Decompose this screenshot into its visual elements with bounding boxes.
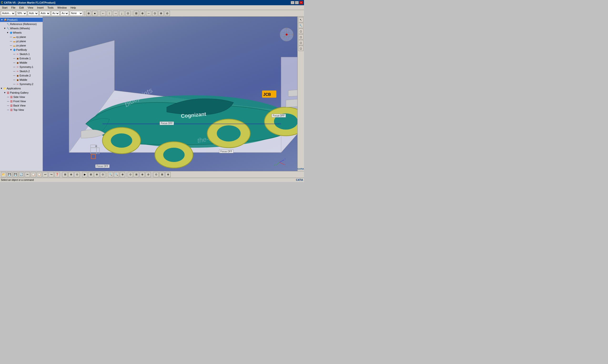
right-btn-tool3[interactable]: ◻ bbox=[298, 34, 304, 39]
tree-item-back-view[interactable]: — 🖼 Back View bbox=[0, 104, 43, 108]
menu-view[interactable]: View bbox=[26, 6, 35, 10]
tree-item-top-view[interactable]: — 🖼 Top View bbox=[0, 108, 43, 112]
right-btn-tool5[interactable]: ◻ bbox=[298, 46, 304, 51]
expand-wheels[interactable]: ▼ bbox=[6, 31, 9, 34]
tool-btn2[interactable]: ⊕ bbox=[140, 11, 145, 16]
btn-zoom-in[interactable]: 🔍 bbox=[108, 172, 113, 177]
tree-item-product1[interactable]: ▼ 📦 Product1 bbox=[0, 18, 43, 22]
tree-item-wheels[interactable]: ▼ 🔷 Wheels bbox=[0, 30, 43, 35]
btn-open[interactable]: 📂 bbox=[1, 172, 6, 177]
tree-item-extrude1[interactable]: — ◼ Extrude.1 bbox=[0, 56, 43, 61]
tree-item-zx-plane[interactable]: — ▬ zx plane bbox=[0, 43, 43, 48]
right-btn-tool4[interactable]: ◻ bbox=[298, 40, 304, 45]
tool-btn6[interactable]: ⊘ bbox=[165, 11, 170, 16]
label-painting-gallery: Painting Gallery bbox=[10, 91, 29, 94]
aut-select2[interactable]: Aut bbox=[61, 11, 69, 16]
menu-tools[interactable]: Tools bbox=[46, 6, 55, 10]
btn-refresh[interactable]: 🔄 bbox=[19, 172, 24, 177]
btn-render[interactable]: ⊕ bbox=[165, 172, 171, 177]
btn-copy[interactable]: 📋 bbox=[31, 172, 36, 177]
right-btn-arrow[interactable]: ↖ bbox=[298, 17, 304, 22]
btn-fit[interactable]: ⊕ bbox=[120, 172, 125, 177]
zoom-select[interactable]: 50% bbox=[16, 11, 27, 16]
status-bar: Select an object or a command CATIA bbox=[0, 178, 304, 182]
expand-product1[interactable]: ▼ bbox=[0, 19, 3, 21]
tree-item-wheels-top[interactable]: ▼ 🔧 Wheels (Wheels) bbox=[0, 26, 43, 30]
tree-item-sketch1[interactable]: — ✏ Sketch.1 bbox=[0, 52, 43, 56]
right-btn-tool2[interactable]: ◻ bbox=[298, 29, 304, 34]
none-select[interactable]: None bbox=[70, 11, 83, 16]
snap-select[interactable]: Auto bbox=[28, 11, 39, 16]
tree-item-middle1[interactable]: — ◼ Middle bbox=[0, 61, 43, 65]
btn-grid[interactable]: ⊞ bbox=[63, 172, 68, 177]
tree-item-side-view[interactable]: — 🖼 Side View bbox=[0, 95, 43, 99]
svg-point-31 bbox=[286, 34, 287, 36]
btn-save[interactable]: 💾 bbox=[7, 172, 12, 177]
tree-item-middle2[interactable]: — ◼ Middle bbox=[0, 78, 43, 82]
btn-rotate[interactable]: ⊙ bbox=[74, 172, 79, 177]
btn-measure[interactable]: ⊙ bbox=[154, 172, 159, 177]
icon-front-view: 🖼 bbox=[10, 99, 13, 103]
tree-item-extrude2[interactable]: — ◼ Extrude.2 bbox=[0, 73, 43, 78]
btn-help[interactable]: ❓ bbox=[54, 172, 60, 177]
grid-select[interactable]: Auto bbox=[39, 11, 50, 16]
btn-scale[interactable]: ⊘ bbox=[146, 172, 151, 177]
tree-item-partbody[interactable]: ▼ 🔷 PartBody bbox=[0, 48, 43, 52]
tree-item-front-view[interactable]: — 🖼 Front View bbox=[0, 99, 43, 104]
tree-item-painting-gallery[interactable]: ▼ 🖼 Painting Gallery bbox=[0, 91, 43, 95]
btn-view3[interactable]: ⊕ bbox=[94, 172, 99, 177]
btn-view2[interactable]: ⊞ bbox=[88, 172, 93, 177]
aut-select1[interactable]: Aut bbox=[51, 11, 60, 16]
btn-undo[interactable]: ↩ bbox=[43, 172, 48, 177]
minimize-button[interactable]: − bbox=[291, 1, 295, 4]
btn-view1[interactable]: ▶ bbox=[82, 172, 88, 177]
menu-help[interactable]: Help bbox=[69, 6, 78, 10]
tree-item-applications[interactable]: ▼ 📁 Applications bbox=[0, 86, 43, 91]
view-btn2[interactable]: ● bbox=[92, 11, 97, 16]
maximize-button[interactable]: □ bbox=[295, 1, 299, 4]
menu-file[interactable]: File bbox=[9, 6, 17, 10]
nav-btn4[interactable]: ↓ bbox=[119, 11, 124, 16]
mode-select[interactable]: Autom... bbox=[1, 11, 15, 16]
expand-wheels-top[interactable]: ▼ bbox=[3, 27, 6, 29]
nav-btn5[interactable]: ⊙ bbox=[125, 11, 130, 16]
btn-view4[interactable]: ⊙ bbox=[100, 172, 105, 177]
3d-viewport[interactable]: Cognizant JCB blueprints the-blueprint bbox=[43, 17, 297, 171]
btn-analyze[interactable]: ⊞ bbox=[159, 172, 165, 177]
btn-redo[interactable]: ↪ bbox=[49, 172, 54, 177]
tree-item-yz-plane[interactable]: — ▬ yz plane bbox=[0, 39, 43, 43]
menu-window[interactable]: Window bbox=[55, 6, 69, 10]
title-bar-controls[interactable]: − □ ✕ bbox=[291, 1, 303, 4]
tree-item-symmetry2[interactable]: — ✏ Symmetry.2 bbox=[0, 82, 43, 86]
nav-btn2[interactable]: ↑ bbox=[107, 11, 112, 16]
label-extrude1: Extrude.1 bbox=[20, 57, 31, 60]
view-btn1[interactable]: ⊕ bbox=[86, 11, 91, 16]
btn-move[interactable]: ⊞ bbox=[134, 172, 139, 177]
menu-edit[interactable]: Edit bbox=[17, 6, 26, 10]
tree-item-sketch2[interactable]: — ✏ Sketch.2 bbox=[0, 69, 43, 73]
btn-paste[interactable]: 📋 bbox=[37, 172, 42, 177]
expand-applications[interactable]: ▼ bbox=[0, 87, 3, 90]
tool-btn4[interactable]: ⊙ bbox=[152, 11, 157, 16]
expand-partbody[interactable]: ▼ bbox=[10, 49, 13, 51]
btn-save2[interactable]: 💾 bbox=[13, 172, 18, 177]
nav-btn3[interactable]: → bbox=[113, 11, 118, 16]
btn-snap[interactable]: ⊕ bbox=[68, 172, 74, 177]
close-button[interactable]: ✕ bbox=[299, 1, 303, 4]
nav-btn1[interactable]: ← bbox=[101, 11, 106, 16]
tool-btn3[interactable]: ↔ bbox=[146, 11, 151, 16]
tree-item-xy-plane[interactable]: — ▬ xy plane bbox=[0, 35, 43, 39]
btn-cut[interactable]: ✂ bbox=[25, 172, 30, 177]
tool-btn1[interactable]: ⊞ bbox=[134, 11, 139, 16]
btn-zoom-out[interactable]: 🔍 bbox=[114, 172, 119, 177]
menu-insert[interactable]: Insert bbox=[35, 6, 46, 10]
btn-select[interactable]: ⊙ bbox=[128, 172, 133, 177]
tool-btn5[interactable]: ⊗ bbox=[158, 11, 164, 16]
menu-start[interactable]: Start bbox=[0, 6, 9, 10]
tree-item-symmetry1[interactable]: — ✏ Symmetry.1 bbox=[0, 65, 43, 69]
btn-rotate2[interactable]: ⊕ bbox=[140, 172, 145, 177]
right-btn-tool1[interactable]: 🔧 bbox=[298, 23, 304, 28]
tree-item-reference[interactable]: 🔧 Reference (Reference) bbox=[0, 22, 43, 26]
label-extrude2: Extrude.2 bbox=[20, 74, 31, 77]
expand-painting[interactable]: ▼ bbox=[3, 91, 6, 94]
